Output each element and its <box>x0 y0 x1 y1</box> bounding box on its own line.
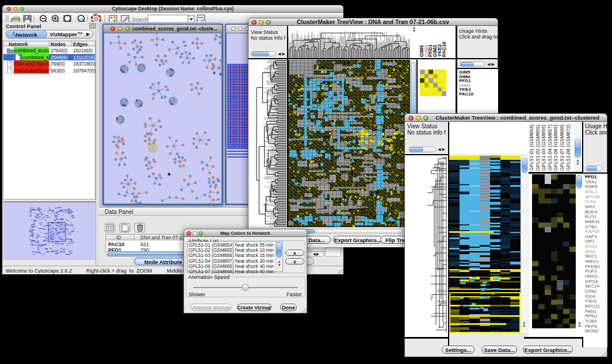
svg-text:GPL51-08 (GSM872): GPL51-08 (GSM872) <box>565 125 571 171</box>
svg-text:GPL51-02 (GSM855): GPL51-02 (GSM855) <box>535 125 541 171</box>
svg-text:GPL51-04 (GSM857): GPL51-04 (GSM857) <box>547 125 553 171</box>
svg-text:GPL51-01 (GSM854): GPL51-01 (GSM854) <box>529 125 534 171</box>
svg-text:GPL51-07 (GSM868): GPL51-07 (GSM868) <box>559 125 565 171</box>
svg-text:PAC10: PAC10 <box>441 41 447 57</box>
svg-text:1:1: 1:1 <box>79 17 83 21</box>
svg-text:GPL51-06 (GSM865): GPL51-06 (GSM865) <box>553 125 559 171</box>
svg-text:GPL51-03 (GSM856): GPL51-03 (GSM856) <box>541 125 546 171</box>
